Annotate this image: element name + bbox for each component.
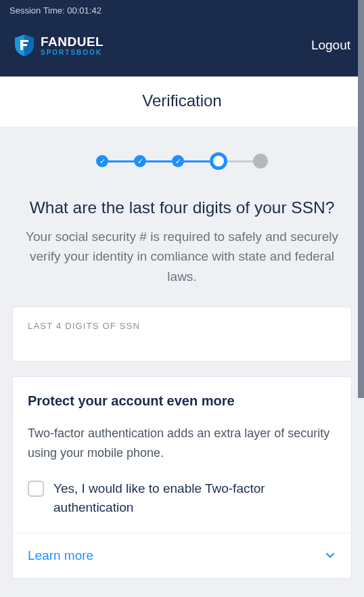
form-description: Your social security # is required to sa…: [12, 227, 352, 286]
logout-button[interactable]: Logout: [311, 38, 350, 53]
check-icon: ✓: [175, 158, 181, 165]
ssn-input-label: LAST 4 DIGITS OF SSN: [28, 321, 336, 331]
brand-text: FANDUEL SPORTSBOOK: [41, 35, 104, 56]
vertical-scrollbar[interactable]: [358, 0, 364, 398]
learn-more-row[interactable]: Learn more: [13, 533, 351, 578]
shield-icon: [14, 33, 35, 58]
chevron-down-icon: [324, 550, 336, 562]
check-icon: ✓: [99, 158, 106, 165]
step-4-current: [210, 152, 227, 170]
step-2-done: ✓: [134, 155, 146, 167]
brand-name: FANDUEL: [41, 35, 104, 48]
step-line: [108, 160, 134, 162]
step-line: [227, 160, 253, 162]
brand-logo[interactable]: FANDUEL SPORTSBOOK: [14, 33, 104, 58]
step-1-done: ✓: [96, 155, 108, 167]
step-line: [184, 160, 210, 162]
two-factor-title: Protect your account even more: [28, 393, 336, 409]
main-content: ✓ ✓ ✓ What are the last four digits of y…: [0, 127, 364, 579]
learn-more-text: Learn more: [28, 548, 93, 563]
step-5-todo: [253, 154, 268, 169]
two-factor-checkbox-row[interactable]: Yes, I would like to enable Two-factor a…: [28, 479, 336, 518]
two-factor-card: Protect your account even more Two-facto…: [12, 376, 352, 579]
step-3-done: ✓: [172, 155, 184, 167]
step-line: [146, 160, 172, 162]
check-icon: ✓: [137, 158, 143, 165]
page-title: Verification: [0, 91, 364, 110]
two-factor-checkbox[interactable]: [28, 481, 44, 497]
form-question: What are the last four digits of your SS…: [12, 198, 352, 217]
progress-stepper: ✓ ✓ ✓: [12, 152, 352, 170]
brand-subname: SPORTSBOOK: [41, 49, 104, 56]
session-time-text: Session Time: 00:01:42: [9, 5, 101, 16]
ssn-input-card[interactable]: LAST 4 DIGITS OF SSN: [12, 307, 352, 361]
app-header: FANDUEL SPORTSBOOK Logout: [0, 21, 364, 76]
two-factor-description: Two-factor authentication adds an extra …: [28, 424, 336, 463]
page-title-bar: Verification: [0, 76, 364, 127]
session-time-bar: Session Time: 00:01:42: [0, 0, 364, 21]
two-factor-checkbox-label: Yes, I would like to enable Two-factor a…: [53, 479, 336, 518]
